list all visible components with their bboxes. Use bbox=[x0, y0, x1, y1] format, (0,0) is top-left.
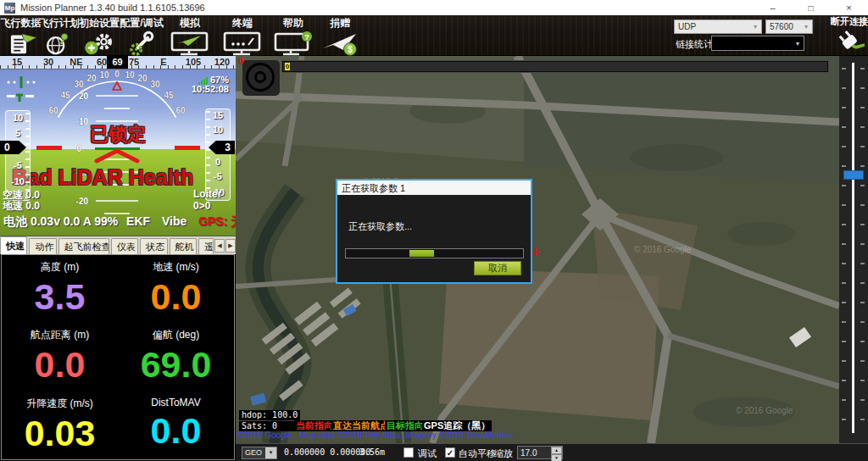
tab-gauges[interactable]: 仪表 bbox=[111, 238, 138, 254]
menu-initial-setup[interactable]: 初始设置 bbox=[79, 15, 120, 56]
hud[interactable]: 60 45 30 20 10 0 10 20 30 45 60 bbox=[0, 56, 236, 236]
maximize-button[interactable]: □ bbox=[792, 0, 830, 15]
map-watermark: © 2016 Google bbox=[736, 406, 793, 415]
speed-tape: 10 5 -5 -10 bbox=[5, 110, 31, 201]
svg-text:30: 30 bbox=[150, 80, 160, 89]
main-toolbar: 飞行数据 飞行计划 初始设置 bbox=[0, 15, 868, 56]
flight-data-icon bbox=[5, 31, 37, 59]
tab-scroll-right-icon[interactable]: ▶ bbox=[225, 239, 236, 253]
cancel-button[interactable]: 取消 bbox=[474, 261, 521, 275]
quick-cell-dist-to-mav[interactable]: DistToMAV 0.0 bbox=[118, 392, 234, 459]
tab-actions[interactable]: 动作 bbox=[29, 238, 56, 254]
gauge-outer-ring bbox=[246, 63, 275, 92]
connection-port-select[interactable]: UDP ▾ bbox=[674, 19, 762, 34]
tab-quick[interactable]: 快速 bbox=[0, 236, 27, 254]
svg-text:-20: -20 bbox=[76, 197, 89, 206]
battery-status: 电池 0.03v 0.0 A 99% bbox=[3, 214, 118, 228]
chevron-down-icon: ▾ bbox=[792, 40, 804, 47]
map-watermark: © 2016 Google bbox=[634, 245, 692, 254]
quick-cell-vertical-speed[interactable]: 升降速度 (m/s) 0.03 bbox=[2, 392, 118, 459]
window-controls: – □ × bbox=[754, 0, 868, 15]
menu-help[interactable]: 帮助 ? bbox=[269, 15, 318, 56]
donate-icon: $ bbox=[321, 31, 359, 59]
svg-text:?: ? bbox=[304, 33, 309, 42]
titlebar: Mp Mission Planner 1.3.40 build 1.1.6105… bbox=[0, 0, 868, 15]
minimize-button[interactable]: – bbox=[754, 0, 792, 15]
tuning-bar[interactable]: 0 bbox=[282, 61, 828, 72]
left-panel: 60 45 30 20 10 0 10 20 30 45 60 bbox=[0, 56, 236, 461]
arm-status: 已锁定 bbox=[0, 122, 236, 147]
status-tabbar: 快速 动作 起飞前检查 仪表 状态 舵机 遥 ◀ ▶ bbox=[0, 236, 236, 254]
zoom-level-input[interactable]: 17.0 ▲ ▼ bbox=[517, 446, 563, 459]
slider-handle[interactable] bbox=[843, 170, 864, 180]
flight-mode: Loiter bbox=[193, 188, 221, 200]
debug-checkbox[interactable] bbox=[403, 447, 414, 458]
heading-gauge bbox=[242, 60, 280, 96]
chevron-down-icon: ▾ bbox=[800, 23, 812, 31]
disconnect-button[interactable]: 断开连接 bbox=[831, 15, 868, 56]
groundspeed-row: 地速 0.0 bbox=[3, 199, 40, 214]
chevron-down-icon: ▾ bbox=[749, 23, 761, 31]
menu-flight-plan[interactable]: 飞行计划 bbox=[40, 15, 79, 56]
quick-cell-yaw[interactable]: 偏航 (deg) 69.0 bbox=[118, 323, 234, 391]
menu-donate[interactable]: 捐赠 $ bbox=[318, 15, 362, 56]
menu-flight-data[interactable]: 飞行数据 bbox=[2, 15, 40, 56]
svg-text:60: 60 bbox=[48, 106, 58, 115]
link-stats-select[interactable]: ▾ bbox=[711, 36, 804, 51]
slider-track[interactable] bbox=[852, 63, 854, 433]
mouse-coordinates: 0.000000 0.000000 bbox=[284, 447, 370, 457]
slider-ticks bbox=[860, 68, 865, 431]
autopan-checkbox[interactable]: ✓ bbox=[445, 447, 455, 458]
menu-simulation[interactable]: 模拟 bbox=[164, 15, 216, 56]
tab-telemetry[interactable]: 遥 bbox=[198, 238, 214, 254]
menu-config-tuning[interactable]: 配置/调试 bbox=[120, 15, 164, 56]
debug-label: 调试 bbox=[418, 447, 437, 460]
tab-servo[interactable]: 舵机 bbox=[170, 238, 197, 254]
projection-select[interactable]: GEO ▼ bbox=[242, 447, 277, 459]
tab-scroll-left-icon[interactable]: ◀ bbox=[214, 239, 225, 253]
initial-setup-icon bbox=[82, 31, 116, 59]
main-menu: 飞行数据 飞行计划 初始设置 bbox=[2, 15, 362, 56]
map-zoom-slider[interactable] bbox=[839, 56, 868, 443]
map-panel: © 2016 Google © 2016 Google © 2016 Googl… bbox=[236, 56, 868, 461]
autopan-label: 自动平移 bbox=[459, 447, 496, 460]
flight-plan-icon bbox=[43, 31, 75, 59]
close-button[interactable]: × bbox=[830, 0, 868, 15]
svg-text:$: $ bbox=[348, 45, 353, 54]
quick-cell-altitude[interactable]: 高度 (m) 3.5 bbox=[2, 255, 118, 323]
spinner-down-icon[interactable]: ▼ bbox=[551, 454, 562, 461]
simulation-icon bbox=[168, 31, 212, 59]
progress-bar bbox=[345, 248, 524, 258]
altitude-tape: 15 10 0 -5 -10 bbox=[205, 108, 231, 201]
svg-text:10: 10 bbox=[125, 70, 135, 80]
map-center-cross-icon: + bbox=[531, 243, 540, 260]
map-bottom-bar: GEO ▼ 0.000000 0.000000 3.56m 调试 ✓ 自动平移 … bbox=[236, 443, 868, 461]
gps-status: GPS: 无GPS bbox=[198, 214, 236, 228]
hud-warning-message: Bad LiDAR Health bbox=[5, 165, 200, 190]
plug-icon bbox=[834, 28, 865, 58]
ekf-indicator: EKF bbox=[126, 214, 150, 228]
svg-text:45: 45 bbox=[164, 91, 174, 100]
svg-text:0: 0 bbox=[114, 69, 120, 79]
mission-planner-window: Mp Mission Planner 1.3.40 build 1.1.6105… bbox=[0, 0, 868, 461]
svg-text:10: 10 bbox=[99, 70, 109, 80]
spinner-up-icon[interactable]: ▲ bbox=[551, 447, 562, 454]
tab-preflight[interactable]: 起飞前检查 bbox=[58, 238, 109, 254]
slider-ticks bbox=[842, 68, 846, 431]
hud-bottom-row: 电池 0.03v 0.0 A 99% EKF Vibe GPS: 无GPS bbox=[0, 214, 236, 230]
menu-terminal[interactable]: 终端 bbox=[216, 15, 269, 56]
quick-cell-wp-distance[interactable]: 航点距离 (m) 0.0 bbox=[2, 323, 118, 391]
chevron-down-icon: ▼ bbox=[265, 447, 276, 458]
config-tuning-icon bbox=[125, 31, 159, 59]
waypoint-count: 0>0 bbox=[193, 200, 210, 212]
zoom-label: 缩放 bbox=[494, 447, 513, 460]
tab-status[interactable]: 状态 bbox=[140, 238, 167, 254]
svg-text:60: 60 bbox=[175, 106, 186, 115]
main-area: 60 45 30 20 10 0 10 20 30 45 60 bbox=[0, 56, 868, 461]
map-scale: 3.56m bbox=[359, 447, 385, 457]
baud-rate-select[interactable]: 57600 ▾ bbox=[765, 19, 813, 34]
fetch-params-dialog: 正在获取参数 1 正在获取参数... 取消 bbox=[336, 179, 532, 284]
svg-text:20: 20 bbox=[137, 74, 147, 83]
hud-clock: 10:52:08 bbox=[192, 84, 229, 94]
quick-cell-groundspeed[interactable]: 地速 (m/s) 0.0 bbox=[118, 255, 234, 323]
